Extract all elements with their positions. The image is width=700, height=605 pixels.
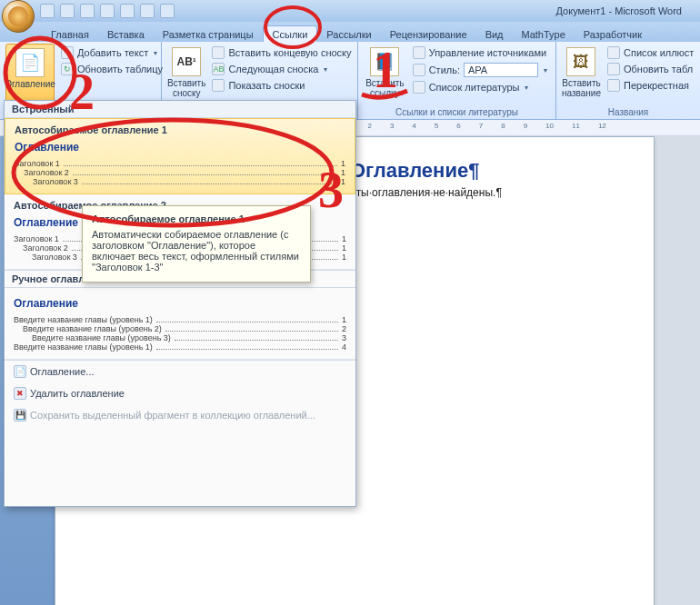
style-label: Стиль: [429, 64, 460, 75]
ribbon-tabs: Главная Вставка Разметка страницы Ссылки… [0, 22, 700, 42]
crossref-label: Перекрестная [624, 80, 689, 91]
qat-preview-icon[interactable] [140, 4, 155, 18]
toc-gallery-header-builtin: Встроенный [5, 101, 355, 118]
chevron-down-icon: ▾ [324, 65, 327, 74]
caption-icon: 🖼 [566, 47, 595, 76]
manage-sources-label: Управление источниками [429, 47, 546, 58]
toc-remove-button[interactable]: ✖ Удалить оглавление [5, 382, 355, 404]
chevron-down-icon[interactable]: ▾ [544, 66, 547, 74]
toc-preview-title: Оглавление [15, 141, 345, 154]
crossref-icon [607, 79, 620, 92]
toc-gallery-item-manual[interactable]: Оглавление Введите название главы (урове… [5, 288, 355, 360]
show-notes-icon [212, 79, 225, 92]
manage-sources-button[interactable]: Управление источниками [410, 45, 550, 60]
next-footnote-button[interactable]: AB Следующая сноска ▾ [209, 62, 354, 76]
show-notes-button[interactable]: Показать сноски [209, 78, 354, 93]
update-tof-label: Обновить табл [624, 64, 693, 74]
toc-gallery-footer: 📄 Оглавление... ✖ Удалить оглавление 💾 С… [5, 360, 355, 426]
toc-item-title: Автособираемое оглавление 1 [15, 124, 345, 135]
style-icon [413, 64, 425, 76]
insert-endnote-label: Вставить концевую сноску [228, 47, 351, 58]
doc-body-text: нты∙оглавления∙не∙найдены.¶ [350, 186, 632, 199]
group-captions: 🖼 Вставить название Список иллюст Обнови… [556, 42, 700, 119]
sources-icon [413, 46, 425, 59]
citation-icon: 📘 [370, 47, 399, 76]
style-value: APA [468, 64, 487, 75]
title-bar: Документ1 - Microsoft Word [0, 0, 700, 22]
qat-undo-icon[interactable] [60, 4, 75, 18]
toc-preview-title: Оглавление [14, 297, 346, 310]
update-tof-button[interactable]: Обновить табл [605, 62, 696, 76]
plus-icon: + [61, 46, 74, 59]
save-icon: 💾 [14, 409, 26, 422]
style-dropdown[interactable]: APA [464, 63, 538, 77]
tab-page-layout[interactable]: Разметка страницы [154, 26, 263, 42]
toc-custom-icon: 📄 [14, 365, 26, 378]
qat-save-icon[interactable] [40, 4, 55, 18]
crossref-button[interactable]: Перекрестная [605, 78, 696, 93]
next-footnote-label: Следующая сноска [228, 64, 318, 74]
chevron-down-icon: ▾ [525, 84, 528, 92]
group-captions-label: Названия [556, 106, 700, 119]
qat-print-icon[interactable] [120, 4, 135, 18]
add-text-label: Добавить текст [77, 47, 148, 58]
tof-icon [607, 46, 620, 59]
ab-icon: AB¹ [172, 47, 201, 76]
update-table-button[interactable]: ↻ Обновить таблицу [58, 62, 165, 76]
toc-button-label: Оглавление [5, 79, 55, 89]
toc-save-selection-label: Сохранить выделенный фрагмент в коллекци… [30, 410, 315, 421]
next-footnote-icon: AB [212, 63, 225, 75]
tab-developer[interactable]: Разработчик [575, 26, 651, 42]
show-notes-label: Показать сноски [228, 80, 305, 91]
tab-home[interactable]: Главная [42, 26, 98, 42]
tooltip-body: Автоматически собираемое оглавление (с з… [92, 229, 299, 273]
window-title: Документ1 - Microsoft Word [556, 5, 682, 16]
toc-gallery-dropdown: Встроенный Автособираемое оглавление 1 О… [4, 100, 356, 507]
delete-icon: ✖ [14, 387, 26, 400]
endnote-icon [212, 46, 225, 59]
insert-citation-label: Вставить ссылку [364, 78, 406, 98]
bibliography-button[interactable]: Список литературы ▾ [410, 80, 550, 94]
refresh-icon: ↻ [61, 63, 74, 75]
add-text-button[interactable]: + Добавить текст ▾ [58, 45, 165, 60]
qat-redo-icon[interactable] [80, 4, 95, 18]
doc-heading: Оглавление¶ [350, 159, 632, 183]
tooltip: Автособираемое оглавление 1 Автоматическ… [82, 205, 311, 283]
tab-review[interactable]: Рецензирование [381, 26, 476, 42]
update-table-label: Обновить таблицу [77, 64, 163, 74]
office-logo-icon [8, 6, 28, 26]
qat-open-icon[interactable] [100, 4, 115, 18]
tab-view[interactable]: Вид [476, 26, 513, 42]
tab-mathtype[interactable]: MathType [513, 26, 575, 42]
tab-references[interactable]: Ссылки [263, 25, 318, 42]
tab-insert[interactable]: Вставка [98, 26, 154, 42]
bibliography-label: Список литературы [429, 82, 520, 93]
toc-custom-button[interactable]: 📄 Оглавление... [5, 361, 355, 382]
tooltip-title: Автособираемое оглавление 1 [92, 213, 301, 224]
toc-gallery-item-auto1[interactable]: Автособираемое оглавление 1 Оглавление З… [5, 118, 355, 194]
toc-save-selection-button: 💾 Сохранить выделенный фрагмент в коллек… [5, 404, 355, 426]
qat-more-icon[interactable] [160, 4, 175, 18]
office-button[interactable] [2, 0, 35, 33]
group-citations: 📘 Вставить ссылку Управление источниками… [358, 42, 556, 119]
tof-button[interactable]: Список иллюст [605, 45, 696, 60]
bibliography-icon [413, 81, 425, 94]
quick-access-toolbar [40, 4, 175, 18]
insert-footnote-label: Вставить сноску [167, 78, 205, 98]
insert-caption-label: Вставить название [562, 78, 601, 98]
toc-custom-label: Оглавление... [30, 366, 95, 377]
insert-endnote-button[interactable]: Вставить концевую сноску [209, 45, 354, 60]
group-citations-label: Ссылки и списки литературы [358, 106, 555, 119]
chevron-down-icon: ▾ [154, 49, 157, 57]
tof-label: Список иллюст [624, 47, 694, 58]
toc-icon: 📄 [15, 48, 45, 77]
toc-remove-label: Удалить оглавление [30, 388, 125, 399]
citation-style-row: Стиль: APA ▾ [410, 62, 550, 78]
refresh-icon [607, 63, 620, 75]
tab-mailings[interactable]: Рассылки [317, 26, 380, 42]
